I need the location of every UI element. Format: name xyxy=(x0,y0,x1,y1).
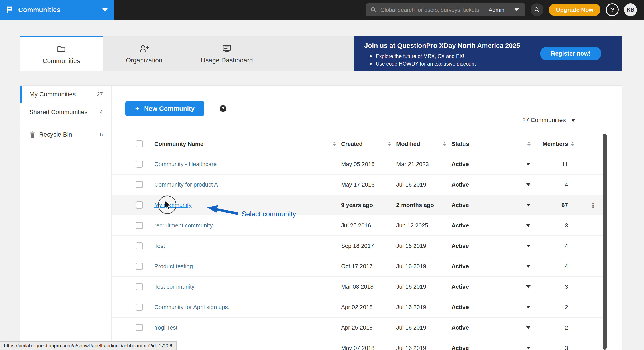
communities-table: Community Name Created Modified Status xyxy=(112,134,603,350)
tab-label: Usage Dashboard xyxy=(201,57,253,64)
status-dropdown-caret-icon[interactable] xyxy=(526,244,530,247)
new-community-button[interactable]: + New Community xyxy=(126,101,204,116)
cell-status: Active xyxy=(452,263,469,270)
communities-panel: My Communities 27 Shared Communities 4 R… xyxy=(20,85,622,350)
communities-count-label: 27 Communities xyxy=(522,117,566,124)
community-name-link[interactable]: Yogi Test xyxy=(154,324,178,331)
cell-created: Sep 18 2017 xyxy=(341,242,396,249)
row-checkbox[interactable] xyxy=(136,181,143,188)
status-dropdown-caret-icon[interactable] xyxy=(526,204,530,206)
row-checkbox[interactable] xyxy=(136,304,143,311)
header-members: Members xyxy=(542,141,568,147)
sort-icon[interactable] xyxy=(571,142,574,146)
status-dropdown-caret-icon[interactable] xyxy=(526,183,530,186)
sidebar-item-my-communities[interactable]: My Communities 27 xyxy=(20,86,111,104)
register-now-button[interactable]: Register now! xyxy=(540,47,601,60)
cell-modified: Jul 16 2019 xyxy=(396,242,452,249)
tab-label: Organization xyxy=(126,57,162,64)
table-row: May 07 2018 Jul 16 2019 Active 3 ⋮ xyxy=(112,338,603,350)
table-row: Test Sep 18 2017 Jul 16 2019 Active 4 ⋮ xyxy=(112,236,603,256)
cell-status: Active xyxy=(452,202,469,208)
sidebar-item-shared-communities[interactable]: Shared Communities 4 xyxy=(20,104,111,121)
status-dropdown-caret-icon[interactable] xyxy=(526,163,530,166)
search-scope-label[interactable]: Admin xyxy=(489,7,504,13)
communities-count-dropdown[interactable]: 27 Communities xyxy=(522,117,576,124)
upgrade-now-button[interactable]: Upgrade Now xyxy=(549,3,600,16)
topbar-right: Admin Upgrade Now ? KB xyxy=(366,0,637,19)
select-all-checkbox[interactable] xyxy=(136,140,143,148)
cell-modified: Jul 16 2019 xyxy=(396,283,452,290)
search-icon xyxy=(370,7,377,13)
status-dropdown-caret-icon[interactable] xyxy=(526,285,530,288)
cell-status: Active xyxy=(452,181,469,188)
row-checkbox[interactable] xyxy=(136,222,143,229)
cell-members: 2 xyxy=(536,324,574,331)
community-name-link[interactable]: Community for April sign ups. xyxy=(154,304,230,311)
status-dropdown-caret-icon[interactable] xyxy=(526,347,530,349)
cell-created: Jul 25 2016 xyxy=(341,222,396,229)
row-menu-icon[interactable]: ⋮ xyxy=(590,201,596,209)
table-row: My community 9 years ago 2 months ago Ac… xyxy=(112,195,603,215)
tab-bar: Communities Organization Usage D xyxy=(20,36,354,71)
new-community-label: New Community xyxy=(144,105,194,112)
status-dropdown-caret-icon[interactable] xyxy=(526,224,530,227)
help-icon[interactable]: ? xyxy=(220,105,226,112)
cell-created: May 07 2018 xyxy=(341,345,396,350)
row-checkbox[interactable] xyxy=(136,161,143,168)
row-checkbox[interactable] xyxy=(136,283,143,290)
global-search-input[interactable] xyxy=(380,7,486,13)
sort-icon[interactable] xyxy=(388,142,391,146)
search-button[interactable] xyxy=(530,3,544,16)
cell-status: Active xyxy=(452,304,469,311)
cell-status: Active xyxy=(452,222,469,229)
tab-usage-dashboard[interactable]: Usage Dashboard xyxy=(186,36,268,71)
sidebar-item-recycle-bin[interactable]: Recycle Bin 6 xyxy=(20,126,111,144)
table-scrollbar[interactable] xyxy=(603,134,607,350)
user-avatar[interactable]: KB xyxy=(624,3,637,16)
cell-modified: 2 months ago xyxy=(396,202,452,208)
cell-members: 4 xyxy=(536,242,574,249)
cell-members: 3 xyxy=(536,222,574,229)
table-row: recruitment community Jul 25 2016 Jun 12… xyxy=(112,215,603,236)
topbar: Communities Admin Upgrade Now ? KB xyxy=(0,0,644,19)
help-button[interactable]: ? xyxy=(606,3,619,16)
cell-created: May 05 2016 xyxy=(341,161,396,168)
global-search: Admin xyxy=(366,3,525,16)
cell-status: Active xyxy=(452,283,469,290)
status-dropdown-caret-icon[interactable] xyxy=(526,326,530,329)
community-name-link[interactable]: Test community xyxy=(154,283,194,290)
plus-icon: + xyxy=(135,104,140,113)
community-name-link[interactable]: Product testing xyxy=(154,263,193,270)
row-checkbox[interactable] xyxy=(136,201,143,208)
table-row: Yogi Test Apr 25 2018 Jul 16 2019 Active… xyxy=(112,318,603,338)
cell-created: Apr 25 2018 xyxy=(341,324,396,331)
sort-icon[interactable] xyxy=(443,142,446,146)
main-content: + New Community ? 27 Communities Communi… xyxy=(112,86,622,350)
add-user-icon xyxy=(139,43,150,53)
header-community-name: Community Name xyxy=(154,141,204,147)
sort-icon[interactable] xyxy=(333,142,336,146)
row-checkbox[interactable] xyxy=(136,242,143,249)
community-name-link[interactable]: Community for product A xyxy=(154,181,218,188)
community-name-link[interactable]: My community xyxy=(154,202,192,208)
status-dropdown-caret-icon[interactable] xyxy=(526,306,530,309)
community-name-link[interactable]: recruitment community xyxy=(154,222,213,229)
header-modified: Modified xyxy=(396,141,420,147)
product-switcher[interactable]: Communities xyxy=(0,0,114,19)
search-scope-caret-icon[interactable] xyxy=(514,8,519,11)
tab-communities[interactable]: Communities xyxy=(20,36,103,71)
chevron-down-icon xyxy=(571,119,576,122)
sidebar-item-label: Recycle Bin xyxy=(39,131,72,138)
cell-status: Active xyxy=(452,345,469,350)
row-checkbox[interactable] xyxy=(136,263,143,270)
community-name-link[interactable]: Test xyxy=(154,242,165,249)
tab-organization[interactable]: Organization xyxy=(103,36,186,71)
table-row: Product testing Oct 17 2017 Jul 16 2019 … xyxy=(112,256,603,277)
status-dropdown-caret-icon[interactable] xyxy=(526,265,530,268)
header-created: Created xyxy=(341,141,363,147)
sort-icon[interactable] xyxy=(528,142,530,146)
cell-created: Oct 17 2017 xyxy=(341,263,396,270)
community-name-link[interactable]: Community - Healthcare xyxy=(154,161,216,168)
product-switcher-caret-icon[interactable] xyxy=(102,8,108,11)
row-checkbox[interactable] xyxy=(136,324,143,331)
